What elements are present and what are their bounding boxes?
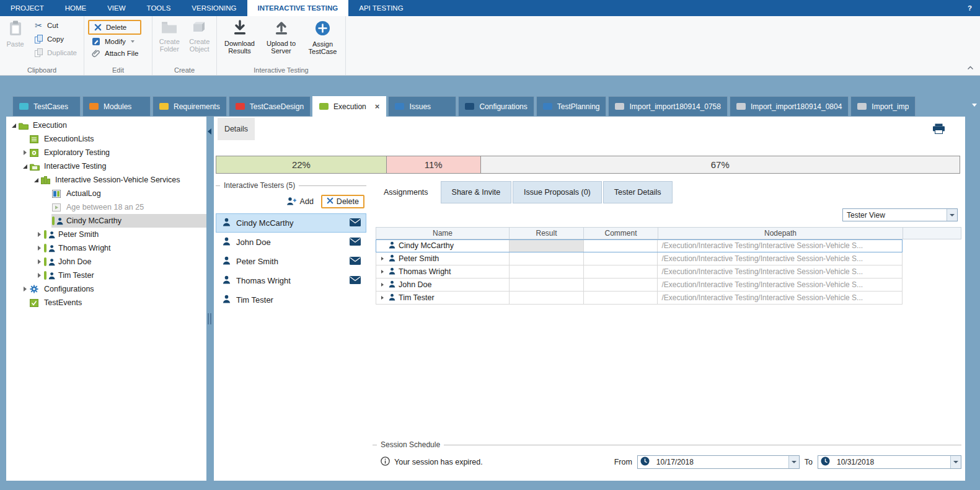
top-menubar: PROJECT HOME VIEW TOOLS VERSIONING INTER… [0,0,980,16]
print-icon[interactable] [932,123,945,136]
tree-item-peter-smith[interactable]: Peter Smith [6,228,206,241]
tab-tester-details[interactable]: Tester Details [603,181,673,203]
tester-list-item[interactable]: Thomas Wright [216,271,366,290]
table-row[interactable]: Cindy McCarthy /Execution/Interactive Te… [376,239,903,252]
menu-versioning[interactable]: VERSIONING [181,0,247,16]
tree-item-actuallog[interactable]: ActualLog [6,187,206,200]
expand-arrow-icon[interactable] [21,150,29,155]
column-header-name[interactable]: Name [376,228,510,239]
expand-arrow-icon[interactable] [21,164,29,169]
upload-to-server-button[interactable]: Upload to Server [262,19,300,58]
tree-item-executionlists[interactable]: ExecutionLists [6,132,206,146]
table-row[interactable]: Thomas Wright /Execution/Interactive Tes… [376,265,903,278]
table-row[interactable]: John Doe /Execution/Interactive Testing/… [376,278,903,292]
progress-segment-passed: 22% [216,156,387,173]
folder-icon [19,121,30,130]
tab-details[interactable]: Details [218,118,255,140]
duplicate-button[interactable]: Duplicate [30,47,80,58]
tree-item-tim-tester[interactable]: Tim Tester [6,269,206,282]
expand-arrow-icon[interactable] [379,283,386,287]
table-row[interactable]: Tim Tester /Execution/Interactive Testin… [376,292,903,305]
column-header-result[interactable]: Result [510,228,584,239]
tree-item-age-between[interactable]: Age between 18 an 25 [6,200,206,214]
interactive-testers-panel: Interactive Testers (5) Add Delete Cindy… [216,181,366,470]
column-header-comment[interactable]: Comment [584,228,658,239]
paperclip-icon [91,49,101,58]
tree-item-configurations[interactable]: Configurations [6,282,206,296]
table-row[interactable]: Peter Smith /Execution/Interactive Testi… [376,252,903,265]
menu-api-testing[interactable]: API TESTING [348,0,413,16]
modify-button[interactable]: Modify [88,37,141,47]
from-date-picker[interactable]: 10/17/2018 [637,455,800,469]
doc-tab-requirements[interactable]: Requirements [152,96,227,117]
doc-tab-issues[interactable]: Issues [388,96,456,117]
doc-tab-import-0758[interactable]: Import_import180914_0758 [608,96,727,117]
tab-issue-proposals[interactable]: Issue Proposals (0) [513,181,602,203]
expand-arrow-icon[interactable] [35,246,43,251]
menu-view[interactable]: VIEW [97,0,136,16]
tree-item-exploratory-testing[interactable]: Exploratory Testing [6,146,206,159]
tab-label: TestPlanning [557,102,600,111]
tree-item-thomas-wright[interactable]: Thomas Wright [6,241,206,255]
doc-tab-testcases[interactable]: TestCases [12,96,81,117]
doc-tab-import-truncated[interactable]: Import_imp [850,96,916,117]
expand-arrow-icon[interactable] [32,178,40,182]
tester-view-select[interactable]: Tester View [842,208,958,221]
expand-arrow-icon[interactable] [35,232,43,237]
doc-tab-execution[interactable]: Execution × [312,96,386,117]
copy-button[interactable]: Copy [30,33,80,45]
menu-tools[interactable]: TOOLS [136,0,182,16]
doc-tab-modules[interactable]: Modules [82,96,151,117]
attach-file-button[interactable]: Attach File [88,48,141,58]
collapse-ribbon-button[interactable] [967,61,974,73]
expand-arrow-icon[interactable] [21,287,29,292]
tab-assignments[interactable]: Assignments [373,181,439,203]
expand-arrow-icon[interactable] [379,270,386,274]
menu-project[interactable]: PROJECT [0,0,55,16]
column-header-nodepath[interactable]: Nodepath [658,228,903,239]
cut-button[interactable]: ✂ Cut [30,20,80,32]
tester-list-item[interactable]: Peter Smith [216,252,366,271]
doc-tab-configurations[interactable]: Configurations [458,96,534,117]
expand-arrow-icon[interactable] [379,257,386,261]
menu-home[interactable]: HOME [55,0,97,16]
tester-list-item[interactable]: Tim Tester [216,290,366,310]
expand-arrow-icon[interactable] [35,259,43,264]
close-tab-icon[interactable]: × [375,102,380,111]
tree-item-interactive-session[interactable]: Interactive Session-Vehicle Services [6,173,206,187]
expand-arrow-icon[interactable] [35,273,43,278]
expand-arrow-icon[interactable] [10,123,18,128]
menu-interactive-testing[interactable]: INTERACTIVE TESTING [247,0,349,16]
tree-item-john-doe[interactable]: John Doe [6,255,206,269]
doc-tab-testcasedesign[interactable]: TestCaseDesign [229,96,311,117]
help-button[interactable]: ? [960,0,980,16]
assign-testcase-button[interactable]: Assign TestCase [304,19,342,58]
delete-tester-button[interactable]: Delete [322,196,363,207]
create-folder-button[interactable]: Create Folder [156,19,183,58]
tree-splitter-handle[interactable] [208,313,211,324]
doc-tab-testplanning[interactable]: TestPlanning [536,96,607,117]
tab-overflow-chevron-icon[interactable] [972,104,977,107]
tree-item-execution[interactable]: Execution [6,118,206,132]
tester-person-icon [44,230,55,239]
expand-arrow-icon[interactable] [379,296,386,300]
doc-tab-import-0804[interactable]: Import_import180914_0804 [730,96,849,117]
delete-highlight-box: Delete [88,20,141,35]
tree-item-cindy-mccarthy[interactable]: Cindy McCarthy [6,214,206,228]
scroll-left-icon[interactable] [208,128,211,135]
to-date-picker[interactable]: 10/31/2018 [818,455,961,469]
tab-share-invite[interactable]: Share & Invite [441,181,512,203]
create-object-button[interactable]: Create Object [187,19,213,58]
copy-icon [33,34,43,44]
group-caption-edit: Edit [84,66,152,74]
tester-list-item[interactable]: Cindy McCarthy [216,213,366,233]
tree-item-interactive-testing[interactable]: Interactive Testing [6,159,206,173]
execution-tree-panel: Execution ExecutionLists Exploratory Tes… [6,117,206,481]
tree-item-testevents[interactable]: TestEvents [6,296,206,310]
add-tester-button[interactable]: Add [286,197,314,207]
download-results-button[interactable]: Download Results [221,19,258,58]
tester-list-item[interactable]: John Doe [216,233,366,252]
delete-button[interactable]: Delete [89,21,140,33]
ribbon-toolbar: Paste ✂ Cut Copy Duplicate Clipboard [0,16,980,76]
paste-button[interactable]: Paste [4,19,27,58]
